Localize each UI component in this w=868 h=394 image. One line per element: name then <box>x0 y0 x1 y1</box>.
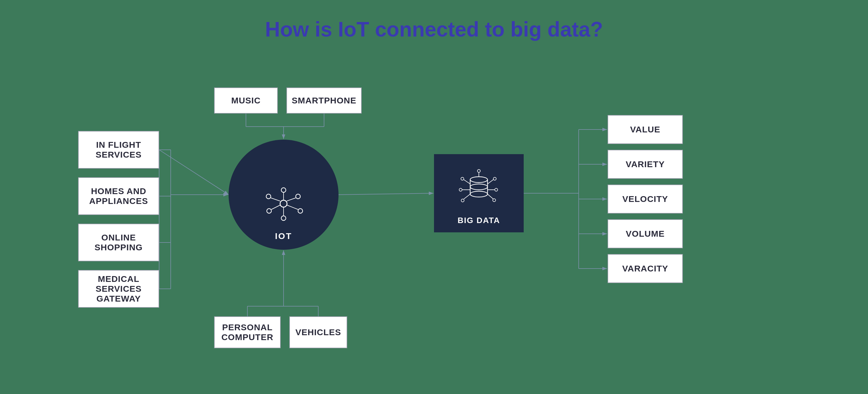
svg-point-30 <box>298 208 303 213</box>
box-volume: VOLUME <box>608 219 683 248</box>
diagram: IN FLIGHT SERVICES HOMES AND APPLIANCES … <box>58 64 810 368</box>
big-data-node: BIG DATA <box>434 154 524 232</box>
svg-point-50 <box>495 188 498 191</box>
svg-point-29 <box>296 194 300 199</box>
box-velocity: VELOCITY <box>608 185 683 214</box>
box-homes: HOMES AND APPLIANCES <box>78 177 159 215</box>
svg-line-53 <box>464 179 470 184</box>
box-medical: MEDICAL SERVICES GATEWAY <box>78 270 159 308</box>
page-title: How is IoT connected to big data? <box>265 18 603 41</box>
svg-line-39 <box>271 198 280 201</box>
svg-line-35 <box>287 198 296 201</box>
box-personal-computer: PERSONAL COMPUTER <box>214 316 281 348</box>
svg-point-58 <box>461 199 464 202</box>
svg-line-51 <box>488 194 493 199</box>
box-variety: VARIETY <box>608 150 683 179</box>
svg-point-42 <box>470 191 488 197</box>
svg-point-40 <box>470 177 488 182</box>
svg-point-56 <box>459 188 462 191</box>
svg-point-33 <box>266 194 271 199</box>
svg-point-46 <box>477 169 480 172</box>
svg-point-28 <box>281 188 286 192</box>
box-online: ONLINE SHOPPING <box>78 224 159 261</box>
box-varacity: VARACITY <box>608 254 683 283</box>
big-data-icon <box>456 167 502 213</box>
svg-point-27 <box>280 200 287 207</box>
svg-point-41 <box>470 184 488 190</box>
svg-point-54 <box>461 177 464 180</box>
svg-point-32 <box>267 208 271 213</box>
svg-line-57 <box>464 194 470 199</box>
box-music: MUSIC <box>214 87 278 114</box>
iot-icon <box>257 182 310 228</box>
box-in-flight: IN FLIGHT SERVICES <box>78 131 159 169</box>
svg-line-36 <box>287 205 298 209</box>
box-smartphone: SMARTPHONE <box>286 87 362 114</box>
svg-point-31 <box>281 216 286 221</box>
svg-line-19 <box>339 193 433 195</box>
svg-point-48 <box>493 177 496 180</box>
box-vehicles: VEHICLES <box>289 316 347 348</box>
big-data-label: BIG DATA <box>458 216 500 225</box>
svg-line-38 <box>271 205 280 209</box>
svg-line-47 <box>488 179 493 184</box>
svg-point-52 <box>493 199 496 202</box>
iot-node: IOT <box>228 140 339 250</box>
iot-label: IOT <box>275 231 292 241</box>
svg-line-3 <box>159 150 228 195</box>
box-value: VALUE <box>608 115 683 144</box>
